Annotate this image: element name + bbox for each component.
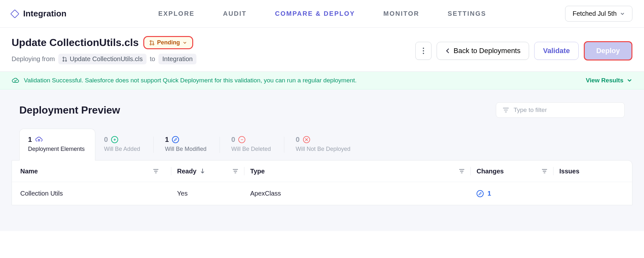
chevron-down-icon <box>620 11 625 16</box>
page-header: Update CollectionUtils.cls Pending Deplo… <box>0 28 644 72</box>
filter-icon[interactable] <box>153 169 159 174</box>
col-changes-header[interactable]: Changes <box>477 167 547 175</box>
target-chip-label: Integration <box>162 55 193 63</box>
tab-will-be-added[interactable]: 0 + Will Be Added <box>95 129 151 161</box>
nav-compare-deploy[interactable]: COMPARE & DEPLOY <box>261 10 369 17</box>
banner-message: Validation Successful. Salesforce does n… <box>24 77 357 84</box>
svg-point-4 <box>63 60 64 61</box>
tab-separator <box>153 137 154 153</box>
banner-left: Validation Successful. Salesforce does n… <box>12 77 586 84</box>
tab-will-not-be-deployed[interactable]: 0 ✕ Will Not Be Deployed <box>287 129 361 161</box>
minus-circle-icon: − <box>238 136 245 143</box>
col-ready-header[interactable]: Ready <box>177 167 238 175</box>
tab-deployment-elements[interactable]: 1 Deployment Elements <box>19 129 95 161</box>
svg-point-3 <box>63 57 64 58</box>
svg-point-8 <box>423 53 424 54</box>
title-line: Update CollectionUtils.cls Pending <box>12 36 415 49</box>
logo-area: Integration <box>12 9 66 19</box>
col-issues-label: Issues <box>559 168 579 175</box>
source-chip-label: Update CollectionUtils.cls <box>70 55 143 63</box>
page-title: Update CollectionUtils.cls <box>12 37 139 49</box>
svg-point-6 <box>423 48 424 49</box>
col-ready-label: Ready <box>177 168 196 175</box>
cell-type: ApexClass <box>250 190 465 197</box>
status-text: Pending <box>157 39 180 46</box>
nav-explore[interactable]: EXPLORE <box>144 10 209 17</box>
col-separator <box>553 167 554 175</box>
nav-settings[interactable]: SETTINGS <box>433 10 500 17</box>
table-row[interactable]: Collection Utils Yes ApexClass 1 <box>12 182 632 205</box>
nav-audit[interactable]: AUDIT <box>209 10 261 17</box>
col-type-header[interactable]: Type <box>250 167 465 175</box>
more-menu-button[interactable] <box>415 42 431 60</box>
tab-nodeploy-label: Will Not Be Deployed <box>296 146 350 152</box>
fetched-button[interactable]: Fetched Jul 5th <box>565 6 632 22</box>
header-actions: Back to Deployments Validate Deploy <box>415 41 632 60</box>
filter-input[interactable] <box>514 106 618 114</box>
deploy-subline: Deploying from Update CollectionUtils.cl… <box>12 54 415 64</box>
col-name-header[interactable]: Name <box>20 167 165 175</box>
git-pull-request-icon <box>62 57 67 62</box>
nav-monitor[interactable]: MONITOR <box>369 10 434 17</box>
col-separator <box>244 167 244 175</box>
edit-circle-icon <box>172 136 179 143</box>
tab-added-count: 0 <box>104 135 108 144</box>
header-left: Update CollectionUtils.cls Pending Deplo… <box>12 36 415 64</box>
preview-header: Deployment Preview <box>12 102 632 118</box>
col-changes-label: Changes <box>477 168 504 175</box>
cell-changes: 1 <box>477 190 547 197</box>
tab-will-be-modified[interactable]: 1 Will Be Modified <box>156 129 217 161</box>
tab-modified-count: 1 <box>165 135 169 144</box>
target-chip[interactable]: Integration <box>158 54 197 64</box>
tab-will-be-deleted[interactable]: 0 − Will Be Deleted <box>223 129 281 161</box>
tab-nodeploy-count: 0 <box>296 135 299 144</box>
col-separator <box>171 167 171 175</box>
svg-point-2 <box>153 44 154 45</box>
subline-prefix: Deploying from <box>12 55 55 63</box>
org-name: Integration <box>23 9 66 19</box>
top-nav: Integration EXPLORE AUDIT COMPARE & DEPL… <box>0 0 644 28</box>
main-content: Deployment Preview 1 Deployment Elements… <box>0 89 644 231</box>
svg-point-0 <box>150 41 151 42</box>
status-pill[interactable]: Pending <box>143 36 193 49</box>
tab-elements-label: Deployment Elements <box>28 146 85 152</box>
deploy-button[interactable]: Deploy <box>584 41 632 60</box>
nav-links: EXPLORE AUDIT COMPARE & DEPLOY MONITOR S… <box>79 10 565 17</box>
cloud-check-icon <box>12 77 19 84</box>
chevron-left-icon <box>445 48 450 54</box>
tab-added-label: Will Be Added <box>104 146 140 152</box>
validation-banner: Validation Successful. Salesforce does n… <box>0 72 644 89</box>
x-circle-icon: ✕ <box>303 136 310 143</box>
edit-circle-icon <box>477 190 484 197</box>
filter-icon[interactable] <box>459 169 465 174</box>
cloud-upload-icon <box>35 136 43 143</box>
arrow-down-icon[interactable] <box>200 168 205 174</box>
table-header: Name Ready Type Changes Issues <box>12 161 632 182</box>
tab-elements-count: 1 <box>28 135 32 144</box>
cell-ready: Yes <box>177 190 238 197</box>
back-to-deployments-button[interactable]: Back to Deployments <box>437 42 529 60</box>
tab-deleted-count: 0 <box>231 135 235 144</box>
filter-icon[interactable] <box>232 169 238 174</box>
validate-button[interactable]: Validate <box>534 42 578 60</box>
more-vertical-icon <box>422 47 424 54</box>
cell-changes-count: 1 <box>488 190 491 197</box>
cell-name: Collection Utils <box>20 190 165 197</box>
chevron-down-icon <box>183 41 187 45</box>
view-results-link[interactable]: View Results <box>586 77 632 84</box>
col-type-label: Type <box>250 168 265 175</box>
tab-modified-label: Will Be Modified <box>165 146 206 152</box>
svg-point-7 <box>423 50 424 51</box>
col-issues-header[interactable]: Issues <box>559 167 624 175</box>
plus-circle-icon: + <box>111 136 118 143</box>
view-results-label: View Results <box>586 77 623 84</box>
preview-title: Deployment Preview <box>19 104 120 116</box>
git-pull-request-icon <box>149 40 155 45</box>
subline-to: to <box>150 55 155 63</box>
tab-deleted-label: Will Be Deleted <box>231 146 271 152</box>
deploy-label: Deploy <box>596 47 620 55</box>
preview-table: Name Ready Type Changes Issues <box>12 160 632 205</box>
source-chip[interactable]: Update CollectionUtils.cls <box>58 54 147 64</box>
filter-icon[interactable] <box>542 169 547 174</box>
filter-input-wrap[interactable] <box>496 102 625 118</box>
